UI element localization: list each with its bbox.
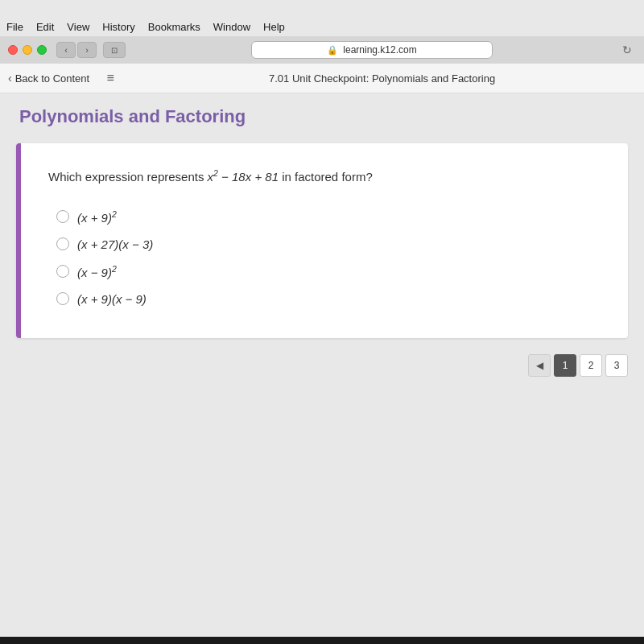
traffic-lights	[8, 45, 47, 55]
back-chevron-icon: ‹	[8, 72, 12, 85]
menu-bookmarks[interactable]: Bookmarks	[148, 21, 200, 33]
radio-c[interactable]	[56, 265, 69, 278]
answer-options: (x + 9)2 (x + 27)(x − 3) (x − 9)2 (x + 9…	[48, 209, 596, 306]
page-title: 7.01 Unit Checkpoint: Polynomials and Fa…	[128, 72, 636, 85]
nav-buttons: ‹ ›	[56, 42, 97, 58]
question-prefix: Which expression represents	[48, 170, 208, 184]
answer-label-c: (x − 9)2	[77, 264, 117, 279]
back-button[interactable]: ‹	[56, 42, 76, 58]
minimize-button[interactable]	[23, 45, 32, 55]
back-to-content-link[interactable]: ‹ Back to Content	[8, 72, 89, 85]
menu-view[interactable]: View	[67, 21, 89, 33]
lock-icon: 🔒	[327, 45, 338, 56]
menu-file[interactable]: File	[6, 21, 23, 33]
radio-b[interactable]	[56, 237, 69, 250]
answer-option-b[interactable]: (x + 27)(x − 3)	[56, 237, 596, 251]
menu-history[interactable]: History	[102, 21, 134, 33]
question-expression: x2 − 18x + 81	[208, 170, 279, 184]
question-card: Which expression represents x2 − 18x + 8…	[16, 143, 628, 338]
pagination: ◀ 1 2 3	[16, 354, 628, 377]
answer-label-d: (x + 9)(x − 9)	[77, 292, 147, 306]
page-1-button[interactable]: 1	[554, 354, 576, 377]
answer-option-c[interactable]: (x − 9)2	[56, 264, 596, 279]
card-accent	[16, 143, 21, 338]
question-suffix: in factored form?	[279, 170, 373, 184]
hamburger-menu-button[interactable]: ≡	[99, 68, 122, 88]
page-3-button[interactable]: 3	[605, 354, 628, 377]
maximize-button[interactable]	[37, 45, 47, 55]
tab-button[interactable]: ⊡	[103, 42, 126, 58]
page-heading: Polynomials and Factoring	[16, 106, 628, 127]
page-area: ‹ Back to Content ≡ 7.01 Unit Checkpoint…	[0, 64, 644, 637]
menu-edit[interactable]: Edit	[36, 21, 54, 33]
radio-a[interactable]	[56, 210, 69, 223]
prev-page-button[interactable]: ◀	[528, 354, 551, 377]
browser-menu-bar: File Edit View History Bookmarks Window …	[0, 18, 644, 36]
main-content: Polynomials and Factoring Which expressi…	[0, 93, 644, 637]
forward-button[interactable]: ›	[77, 42, 97, 58]
answer-label-a: (x + 9)2	[77, 209, 117, 225]
answer-option-d[interactable]: (x + 9)(x − 9)	[56, 292, 596, 306]
address-bar[interactable]: 🔒 learning.k12.com	[251, 41, 493, 59]
close-button[interactable]	[8, 45, 18, 55]
question-text: Which expression represents x2 − 18x + 8…	[48, 167, 596, 187]
refresh-button[interactable]: ↻	[618, 41, 636, 59]
back-to-content-label: Back to Content	[15, 72, 90, 85]
answer-option-a[interactable]: (x + 9)2	[56, 209, 596, 225]
os-chrome-bar	[0, 0, 644, 18]
url-text: learning.k12.com	[343, 44, 416, 56]
menu-window[interactable]: Window	[213, 21, 250, 33]
sub-toolbar: ‹ Back to Content ≡ 7.01 Unit Checkpoint…	[0, 64, 644, 93]
radio-d[interactable]	[56, 292, 69, 305]
answer-label-b: (x + 27)(x − 3)	[77, 237, 153, 251]
menu-help[interactable]: Help	[263, 21, 285, 33]
browser-toolbar: ‹ › ⊡ 🔒 learning.k12.com ↻	[0, 36, 644, 64]
address-bar-wrap: 🔒 learning.k12.com	[132, 41, 612, 59]
page-2-button[interactable]: 2	[580, 354, 602, 377]
